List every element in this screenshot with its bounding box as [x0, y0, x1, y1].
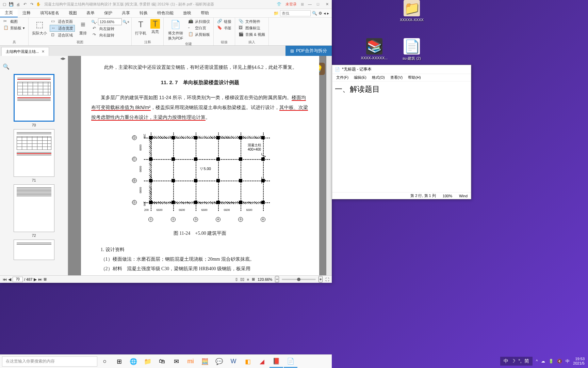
- menu-format[interactable]: 格式(O): [370, 75, 387, 80]
- save-icon[interactable]: 💾: [8, 1, 14, 7]
- zoom-value[interactable]: 120.66%: [98, 18, 122, 25]
- desktop-folder-2[interactable]: 📚 XXXX-XXXXX...: [361, 38, 388, 61]
- view-mode-icon[interactable]: ⊞: [44, 277, 47, 281]
- search-icon[interactable]: 🔍: [312, 11, 317, 16]
- search-input[interactable]: [280, 10, 311, 16]
- thumbnail-71[interactable]: 71: [3, 129, 65, 182]
- folder-search-icon[interactable]: 📁: [274, 11, 279, 16]
- layout-continuous-icon[interactable]: ≡: [247, 277, 249, 281]
- undo-icon[interactable]: ↶: [22, 1, 28, 7]
- thumbnail-72[interactable]: 72: [3, 184, 65, 237]
- word-icon[interactable]: W: [227, 355, 240, 368]
- tab-help[interactable]: 帮助: [196, 9, 214, 17]
- tab-fill-sign[interactable]: 填写&签名: [35, 9, 64, 17]
- wechat-icon[interactable]: 💬: [212, 355, 226, 368]
- minimize-icon[interactable]: —: [308, 2, 313, 7]
- explorer-icon[interactable]: 📁: [141, 355, 154, 368]
- calculator-icon[interactable]: 🧮: [198, 355, 212, 368]
- tab-form[interactable]: 表单: [82, 9, 99, 17]
- actual-size-button[interactable]: ⬚实际大小: [31, 18, 48, 36]
- zoom-in-icon[interactable]: 🔍+: [122, 20, 129, 24]
- close-icon[interactable]: ✕: [326, 2, 330, 7]
- first-page-button[interactable]: ⏮: [3, 277, 7, 282]
- task-view-icon[interactable]: ⊞: [112, 355, 126, 368]
- tab-view[interactable]: 视图: [64, 9, 82, 17]
- tab-slideshow[interactable]: 放映: [178, 9, 196, 17]
- screenshot-button[interactable]: ✂截图: [2, 18, 26, 25]
- edge-icon[interactable]: 🌐: [127, 355, 140, 368]
- thumbnail-73[interactable]: [3, 240, 65, 260]
- thumbnail-70[interactable]: 70: [3, 74, 65, 127]
- store-icon[interactable]: 🛍: [155, 355, 169, 368]
- page-view[interactable]: 💡 此外，主梁和次梁中还应设置架立钢筋，有时还需设置腰筋，详见上册§4.6.2，…: [68, 56, 332, 275]
- menu-file[interactable]: 文件(F): [334, 75, 350, 80]
- desktop-folder-1[interactable]: 📁 XXXXX-XXXX: [398, 0, 425, 22]
- desktop-file-1[interactable]: 📄 su-建筑 (2): [398, 38, 425, 61]
- notepad-taskbar-icon[interactable]: 📄: [284, 355, 297, 368]
- menu-edit[interactable]: 编辑(E): [352, 75, 369, 80]
- maximize-icon[interactable]: □: [317, 2, 322, 7]
- layout-single-icon[interactable]: ▯: [235, 277, 238, 281]
- apps-icon[interactable]: ⊞: [301, 2, 304, 6]
- layout-facing-icon[interactable]: ▯▯: [240, 277, 244, 281]
- open-icon[interactable]: ▢: [1, 1, 7, 7]
- login-button[interactable]: 未登录: [285, 2, 297, 7]
- print-icon[interactable]: 🖨: [15, 1, 21, 7]
- clock[interactable]: 19:53 2021/5: [573, 357, 585, 366]
- tray-up-icon[interactable]: ^: [536, 359, 538, 364]
- rotate-left-button[interactable]: ↶向左旋转: [91, 26, 129, 32]
- image-annotation-button[interactable]: 🖼图像标注: [237, 25, 266, 31]
- app-icon[interactable]: ◧: [241, 355, 255, 368]
- battery-icon[interactable]: 🔋: [549, 359, 554, 364]
- zoom-out-icon[interactable]: 🔍-: [91, 20, 97, 24]
- tab-annotate[interactable]: 注释: [18, 9, 35, 17]
- panel-search-icon[interactable]: 🔍: [3, 64, 10, 70]
- tab-share[interactable]: 共享: [117, 9, 135, 17]
- highlight-button[interactable]: T高亮: [149, 18, 161, 35]
- merge-split-button[interactable]: ⊞ PDF合并与拆分: [285, 46, 332, 56]
- from-scanner-button[interactable]: 📠从扫描仪: [187, 18, 211, 25]
- mi-icon[interactable]: mi: [184, 355, 197, 368]
- document-tab[interactable]: 土结构中混凝土结... ✕: [1, 47, 49, 56]
- cortana-icon[interactable]: ○: [98, 355, 112, 368]
- zoom-in-button[interactable]: +: [318, 276, 323, 282]
- tab-protect[interactable]: 保护: [99, 9, 117, 17]
- layout-continuous-facing-icon[interactable]: ⊞: [252, 277, 255, 281]
- tab-convert[interactable]: 转换: [135, 9, 152, 17]
- blank-page-button[interactable]: ▫空白页: [187, 25, 211, 31]
- prev-result-icon[interactable]: ◂: [324, 11, 326, 16]
- rotate-right-button[interactable]: ↷向右旋转: [91, 32, 129, 38]
- hand-icon[interactable]: ✋: [35, 1, 42, 7]
- page-number-input[interactable]: [13, 277, 23, 282]
- clipboard-button[interactable]: 📋剪贴板▾: [2, 25, 26, 31]
- next-page-button[interactable]: ▶: [34, 277, 37, 282]
- fit-page-button[interactable]: ▭适合页面: [50, 18, 75, 25]
- tab-feature[interactable]: 特色功能: [152, 9, 178, 17]
- tab-close-icon[interactable]: ✕: [42, 49, 45, 54]
- zoom-slider[interactable]: [282, 279, 316, 280]
- panel-collapse-icon[interactable]: ◀▶: [60, 57, 66, 61]
- page-scrollbar[interactable]: [326, 56, 332, 275]
- tab-home[interactable]: 主页: [0, 9, 18, 17]
- sketchup-icon[interactable]: ◢: [255, 355, 269, 368]
- foxit-icon[interactable]: 📕: [270, 355, 283, 368]
- menu-view[interactable]: 查看(V): [388, 75, 405, 80]
- skin-icon[interactable]: 👕: [277, 2, 281, 6]
- settings-icon[interactable]: ⚙: [318, 11, 322, 16]
- link-button[interactable]: 🔗链接: [216, 18, 233, 25]
- menu-help[interactable]: 帮助(H): [406, 75, 423, 80]
- volume-icon[interactable]: 🔇: [557, 359, 562, 364]
- bookmark-button[interactable]: 🔖书签: [216, 25, 233, 31]
- fit-visible-button[interactable]: ⊡适合区域: [50, 32, 75, 38]
- convert-pdf-button[interactable]: 📄将文件转换为PDF: [166, 18, 185, 42]
- prev-page-button[interactable]: ◀: [8, 277, 11, 282]
- mail-icon[interactable]: ✉: [169, 355, 183, 368]
- next-result-icon[interactable]: ▸: [327, 11, 329, 16]
- redo-icon[interactable]: ↷: [29, 1, 35, 7]
- last-page-button[interactable]: ⏭: [38, 277, 42, 282]
- fit-width-button[interactable]: ↔适合宽度: [50, 25, 75, 32]
- fullscreen-icon[interactable]: ⛶: [325, 277, 329, 281]
- reflow-button[interactable]: ≡重排: [76, 18, 90, 36]
- cloud-icon[interactable]: ☁: [541, 359, 545, 364]
- notepad-textarea[interactable]: 一、解读题目: [332, 81, 471, 192]
